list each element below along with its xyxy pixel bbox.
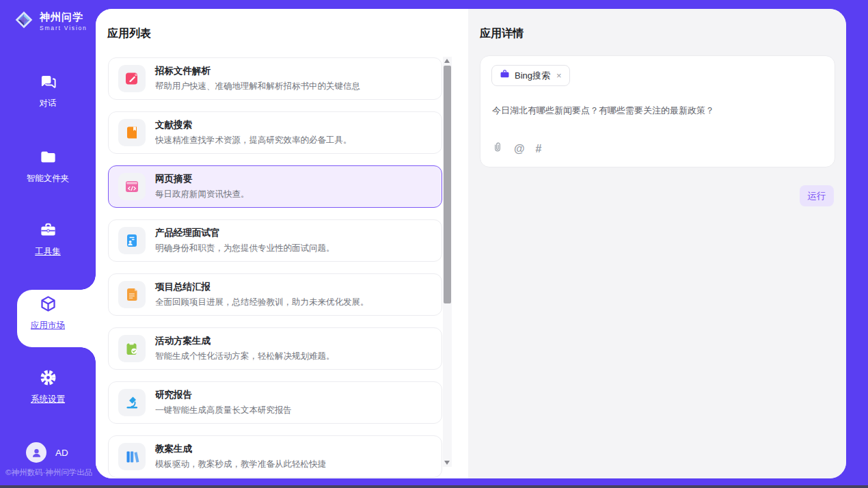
app-card-desc: 全面回顾项目进展，总结经验教训，助力未来优化发展。 bbox=[155, 297, 369, 308]
paperclip-icon[interactable] bbox=[492, 141, 503, 156]
app-detail-title: 应用详情 bbox=[480, 27, 524, 41]
chat-icon bbox=[0, 72, 96, 93]
app-card-desc: 智能生成个性化活动方案，轻松解决规划难题。 bbox=[155, 351, 335, 362]
scrollbar-thumb[interactable] bbox=[444, 66, 451, 303]
bottom-divider bbox=[0, 485, 868, 488]
app-card-title: 活动方案生成 bbox=[155, 335, 335, 347]
app-card-title: 研究报告 bbox=[155, 389, 292, 401]
scrollbar[interactable] bbox=[443, 57, 452, 467]
app-card-title: 教案生成 bbox=[155, 443, 326, 455]
app-card-title: 网页摘要 bbox=[155, 173, 249, 185]
sidebar-item-2[interactable]: 智能文件夹 bbox=[0, 148, 96, 185]
hash-icon[interactable]: # bbox=[536, 143, 542, 155]
app-card-desc: 一键智能生成高质量长文本研究报告 bbox=[155, 405, 292, 416]
avatar[interactable] bbox=[26, 442, 46, 463]
sidebar-item-4[interactable]: 应用市场 bbox=[0, 295, 96, 331]
books-icon bbox=[118, 443, 146, 470]
microscope-icon bbox=[118, 389, 146, 416]
diamond-logo-icon bbox=[14, 10, 34, 33]
person-doc-icon bbox=[118, 227, 146, 254]
query-text[interactable]: 今日湖北有哪些新闻要点？有哪些需要关注的最新政策？ bbox=[492, 104, 821, 118]
sidebar-item-1[interactable]: 对话 bbox=[0, 72, 96, 109]
edit-doc-icon bbox=[118, 65, 146, 92]
at-icon[interactable]: @ bbox=[514, 143, 525, 155]
main-content: 应用列表 招标文件解析 帮助用户快速、准确地理解和解析招标书中的关键信息 文献搜… bbox=[96, 9, 846, 478]
app-card-desc: 明确身份和职责，为您提供专业性的面试问题。 bbox=[155, 243, 335, 254]
toolbox-icon bbox=[0, 221, 96, 241]
app-card[interactable]: 文献搜索 快速精准查找学术资源，提高研究效率的必备工具。 bbox=[108, 111, 442, 154]
bing-search-tag[interactable]: Bing搜索 × bbox=[491, 65, 570, 86]
tag-label: Bing搜索 bbox=[515, 70, 550, 82]
scroll-up-icon[interactable] bbox=[444, 59, 450, 63]
sidebar-item-3[interactable]: 工具集 bbox=[0, 221, 96, 258]
app-card[interactable]: 招标文件解析 帮助用户快速、准确地理解和解析招标书中的关键信息 bbox=[108, 57, 442, 100]
app-detail-panel: 应用详情 Bing搜索 × 今日湖北有哪些新闻要点？有哪些需要关注的最新政策？ bbox=[468, 9, 846, 478]
input-toolbar: @ # bbox=[492, 141, 542, 156]
scroll-down-icon[interactable] bbox=[444, 461, 450, 465]
app-card-desc: 帮助用户快速、准确地理解和解析招标书中的关键信息 bbox=[155, 81, 360, 92]
app-card[interactable]: 活动方案生成 智能生成个性化活动方案，轻松解决规划难题。 bbox=[108, 327, 442, 370]
sidebar: 神州问学 Smart Vision 对话 智能文件夹 工具集 应用市场 系统设置 bbox=[0, 0, 96, 488]
app-card-title: 文献搜索 bbox=[155, 119, 352, 131]
detail-card: Bing搜索 × 今日湖北有哪些新闻要点？有哪些需要关注的最新政策？ @ # bbox=[480, 55, 835, 167]
app-card-desc: 模板驱动，教案秒成，教学准备从此轻松快捷 bbox=[155, 459, 326, 470]
browser-icon bbox=[118, 173, 146, 200]
briefcase-icon bbox=[500, 69, 510, 82]
app-list-panel: 应用列表 招标文件解析 帮助用户快速、准确地理解和解析招标书中的关键信息 文献搜… bbox=[96, 9, 468, 478]
app-card[interactable]: 网页摘要 每日政府新闻资讯快查。 bbox=[108, 165, 442, 208]
user-initials: AD bbox=[55, 448, 68, 458]
app-card-desc: 每日政府新闻资讯快查。 bbox=[155, 189, 249, 200]
app-card[interactable]: 研究报告 一键智能生成高质量长文本研究报告 bbox=[108, 381, 442, 424]
clipboard-check-icon bbox=[118, 335, 146, 362]
brand-subtitle: Smart Vision bbox=[40, 25, 87, 31]
app-card-title: 项目总结汇报 bbox=[155, 281, 369, 293]
run-button[interactable]: 运行 bbox=[800, 185, 834, 206]
book-icon bbox=[118, 119, 146, 146]
folder-icon bbox=[0, 148, 96, 168]
app-cards: 招标文件解析 帮助用户快速、准确地理解和解析招标书中的关键信息 文献搜索 快速精… bbox=[108, 57, 442, 478]
copyright-footer: ©神州数码·神州问学出品 bbox=[5, 467, 92, 478]
app-card-title: 产品经理面试官 bbox=[155, 227, 335, 239]
app-card[interactable]: 产品经理面试官 明确身份和职责，为您提供专业性的面试问题。 bbox=[108, 219, 442, 262]
note-icon bbox=[118, 281, 146, 308]
user-row[interactable]: AD bbox=[26, 442, 68, 463]
gear-icon bbox=[0, 368, 96, 389]
app-card-title: 招标文件解析 bbox=[155, 65, 360, 77]
app-card[interactable]: 项目总结汇报 全面回顾项目进展，总结经验教训，助力未来优化发展。 bbox=[108, 273, 442, 316]
person-icon bbox=[30, 446, 43, 459]
close-icon[interactable]: × bbox=[556, 70, 562, 81]
app-card[interactable]: 教案生成 模板驱动，教案秒成，教学准备从此轻松快捷 bbox=[108, 435, 442, 478]
sidebar-item-5[interactable]: 系统设置 bbox=[0, 368, 96, 405]
brand-name: 神州问学 bbox=[40, 11, 87, 24]
brand-logo: 神州问学 Smart Vision bbox=[14, 10, 87, 33]
app-card-desc: 快速精准查找学术资源，提高研究效率的必备工具。 bbox=[155, 135, 352, 146]
cube-icon bbox=[0, 295, 96, 315]
app-list-title: 应用列表 bbox=[107, 27, 151, 41]
